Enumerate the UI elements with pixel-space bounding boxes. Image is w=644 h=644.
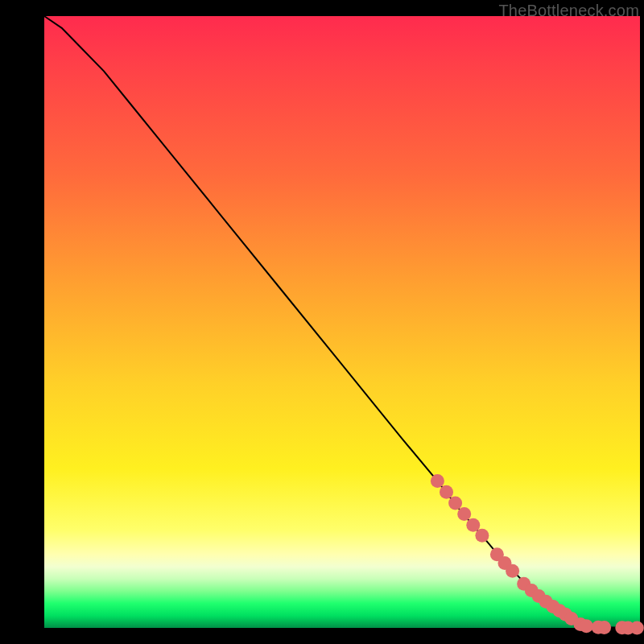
marker-dot xyxy=(580,619,593,633)
curve-markers xyxy=(431,474,644,634)
chart-overlay-svg xyxy=(44,16,640,628)
marker-dot xyxy=(440,485,453,499)
marker-dot xyxy=(457,507,471,521)
marker-dot xyxy=(597,621,611,634)
marker-dot xyxy=(630,621,644,635)
chart-stage: TheBottleneck.com xyxy=(0,0,644,644)
marker-dot xyxy=(475,529,489,543)
marker-dot xyxy=(466,518,480,532)
marker-dot xyxy=(431,474,444,488)
marker-dot xyxy=(448,497,462,510)
bottleneck-curve xyxy=(44,16,640,628)
marker-dot xyxy=(506,564,519,578)
